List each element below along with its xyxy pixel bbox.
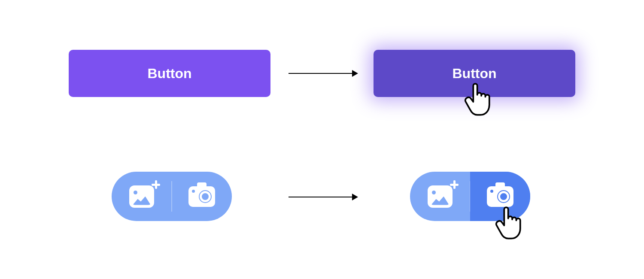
arrow-right-icon	[289, 73, 357, 74]
diagram-canvas: Button Button	[0, 0, 644, 279]
camera-icon	[188, 186, 215, 207]
pill-segment-add-image[interactable]	[112, 172, 172, 221]
button-label: Button	[147, 66, 191, 82]
image-add-icon	[129, 185, 154, 208]
segmented-pill-default	[112, 172, 232, 221]
pill-segment-add-image[interactable]	[410, 172, 470, 221]
segmented-pill-hover	[410, 172, 530, 221]
button-default-state[interactable]: Button	[69, 50, 270, 97]
button-label: Button	[452, 66, 496, 82]
arrow-right-icon	[289, 197, 357, 197]
image-add-icon	[428, 185, 453, 208]
pill-segment-camera[interactable]	[172, 172, 232, 221]
button-hover-state[interactable]: Button	[374, 50, 575, 97]
camera-icon	[487, 186, 513, 207]
pill-segment-camera-hover[interactable]	[470, 172, 530, 221]
